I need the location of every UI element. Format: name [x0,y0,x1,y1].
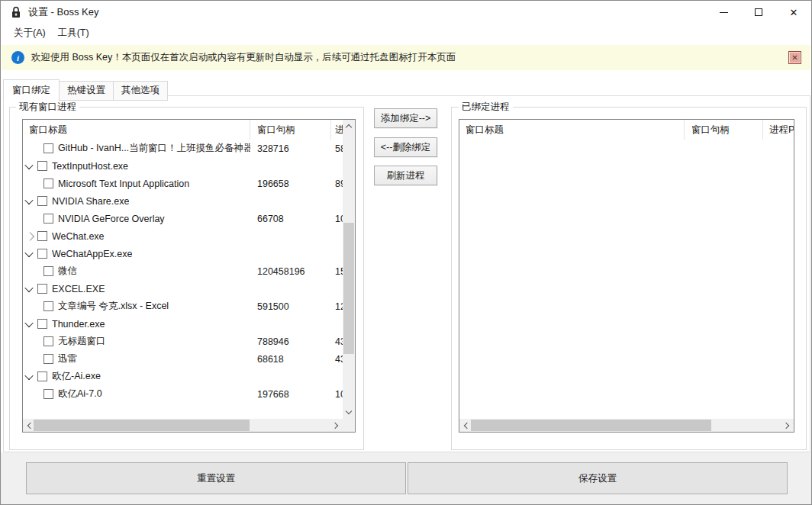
maximize-button[interactable] [741,1,776,24]
horizontal-scrollbar[interactable] [459,419,794,432]
tab-hotkey-settings[interactable]: 热键设置 [60,81,114,101]
row-checkbox[interactable] [37,231,47,241]
row-title-cell: GitHub - IvanH...当前窗口！上班摸鱼必备神器 [23,142,250,155]
table-row[interactable]: NVIDIA Share.exe [23,192,343,210]
row-process-id: 106 [331,389,343,400]
horizontal-scrollbar[interactable] [23,419,343,432]
tab-other-options[interactable]: 其他选项 [114,81,168,101]
scroll-up-arrow[interactable] [343,120,355,133]
row-title-cell: Thunder.exe [23,319,250,330]
row-title: 欧亿-Ai.exe [52,370,101,383]
menu-bar: 关于(A) 工具(T) [1,24,811,42]
row-title-cell: TextInputHost.exe [23,161,250,172]
row-title-cell: 微信 [23,265,250,278]
chevron-down-icon[interactable] [24,196,33,204]
table-row[interactable]: Thunder.exe [23,315,343,333]
scroll-right-arrow[interactable] [330,419,343,432]
column-header-title[interactable]: 窗口标题 [459,120,685,140]
chevron-down-icon[interactable] [24,319,33,327]
row-title: TextInputHost.exe [52,161,128,172]
row-checkbox[interactable] [44,266,53,276]
title-bar: 设置 - Boss Key ✕ [1,1,811,24]
table-row[interactable]: Microsoft Text Input Application 196658 … [23,175,343,192]
row-title-cell: 欧亿Ai-7.0 [23,388,250,400]
add-binding-button[interactable]: 添加绑定--> [374,108,437,128]
refresh-process-button[interactable]: 刷新进程 [374,166,437,185]
row-title-cell: WeChatAppEx.exe [23,249,250,259]
row-title-cell: 欧亿-Ai.exe [23,370,250,383]
table-row[interactable]: 文章编号 夸克.xlsx - Excel 591500 123 [23,298,343,315]
vertical-scrollbar[interactable] [343,120,355,419]
tab-window-binding[interactable]: 窗口绑定 [3,79,60,101]
minimize-icon [720,12,728,13]
scroll-right-arrow[interactable] [781,419,794,432]
row-title: NVIDIA GeForce Overlay [58,214,165,224]
horizontal-scrollbar-thumb[interactable] [34,420,250,431]
column-header-title[interactable]: 窗口标题 [23,120,250,140]
banner-close-button[interactable]: ✕ [788,51,801,64]
scrollbar-corner [343,419,355,432]
table-row[interactable]: 欧亿-Ai.exe [23,368,343,385]
row-checkbox[interactable] [37,249,47,259]
row-title: 微信 [58,265,77,278]
row-window-handle: 66708 [250,214,331,224]
row-checkbox[interactable] [37,319,47,329]
column-header-handle[interactable]: 窗口句柄 [685,120,763,140]
info-banner: i 欢迎使用 Boss Key！本页面仅在首次启动或内容有更新时自动显示，后续可… [2,45,810,70]
scroll-down-arrow[interactable] [343,406,355,419]
column-header-pid[interactable]: 进程P [763,120,794,140]
row-process-id: 580 [331,143,343,154]
save-settings-button[interactable]: 保存设置 [408,462,788,494]
row-checkbox[interactable] [37,196,47,206]
row-checkbox[interactable] [44,389,53,399]
table-row[interactable]: NVIDIA GeForce Overlay 66708 106 [23,210,343,227]
row-window-handle: 120458196 [250,266,331,277]
menu-item-about[interactable]: 关于(A) [8,24,52,42]
row-checkbox[interactable] [44,301,53,311]
row-checkbox[interactable] [44,336,53,346]
chevron-down-icon[interactable] [24,284,33,292]
table-row[interactable]: TextInputHost.exe [23,157,343,175]
row-checkbox[interactable] [44,179,53,188]
row-title-cell: NVIDIA Share.exe [23,196,250,207]
remove-binding-button[interactable]: <--删除绑定 [374,137,437,157]
row-process-id: 106 [331,214,343,224]
reset-settings-button[interactable]: 重置设置 [26,462,406,494]
tab-strip: 窗口绑定 热键设置 其他选项 [3,79,168,101]
row-process-id: 896 [331,179,343,189]
table-row[interactable]: GitHub - IvanH...当前窗口！上班摸鱼必备神器 328716 58… [23,140,343,157]
row-checkbox[interactable] [37,372,47,381]
row-title: Microsoft Text Input Application [58,179,189,189]
chevron-down-icon[interactable] [24,249,33,257]
menu-item-tools[interactable]: 工具(T) [52,24,95,42]
footer-bar: 重置设置 保存设置 [1,452,811,504]
minimize-button[interactable] [706,1,741,24]
row-title: WeChatAppEx.exe [52,249,132,259]
close-button[interactable]: ✕ [776,1,811,24]
table-row[interactable]: 欧亿Ai-7.0 197668 106 [23,385,343,403]
chevron-down-icon[interactable] [24,161,33,169]
table-row[interactable]: EXCEL.EXE [23,280,343,298]
table-header-row: 窗口标题 窗口句柄 进程 [23,120,355,140]
row-checkbox[interactable] [37,284,47,294]
vertical-scrollbar-thumb[interactable] [343,223,354,354]
chevron-down-icon[interactable] [24,371,33,379]
row-checkbox[interactable] [44,354,53,364]
table-row[interactable]: WeChat.exe [23,227,343,245]
row-title-cell: 文章编号 夸克.xlsx - Excel [23,300,250,313]
bound-process-table: 窗口标题 窗口句柄 进程P [459,119,794,433]
row-checkbox[interactable] [37,161,47,171]
column-header-handle[interactable]: 窗口句柄 [250,120,331,140]
table-row[interactable]: WeChatAppEx.exe [23,245,343,262]
row-checkbox[interactable] [44,214,53,224]
table-row[interactable]: 无标题窗口 788946 436 [23,333,343,350]
table-row[interactable]: 微信 120458196 159 [23,262,343,280]
row-title-cell: NVIDIA GeForce Overlay [23,214,250,224]
chevron-right-icon[interactable] [26,232,34,240]
table-row[interactable]: 迅雷 68618 436 [23,350,343,368]
row-title: NVIDIA Share.exe [52,196,129,207]
row-title: GitHub - IvanH...当前窗口！上班摸鱼必备神器 [58,142,250,155]
horizontal-scrollbar-thumb[interactable] [471,420,711,431]
scroll-left-arrow[interactable] [459,419,472,432]
row-checkbox[interactable] [44,143,53,153]
